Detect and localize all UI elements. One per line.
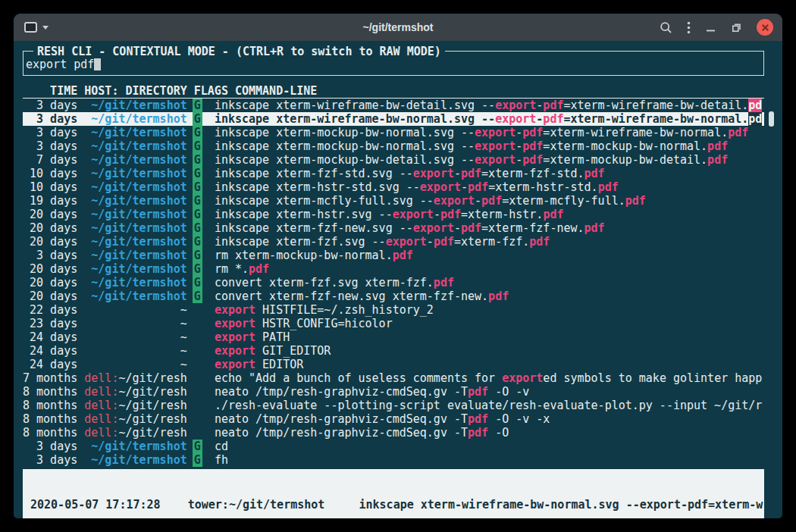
match-highlight: export bbox=[420, 180, 461, 194]
history-row[interactable]: 3 days ~/git/termshot G inkscape xterm-m… bbox=[23, 139, 764, 153]
history-row[interactable]: 8 months dell:~/git/resh neato /tmp/resh… bbox=[23, 426, 764, 440]
text-cursor bbox=[94, 58, 101, 70]
restore-button[interactable] bbox=[731, 22, 742, 33]
terminal-screen: RESH CLI - CONTEXTUAL MODE - (CTRL+R to … bbox=[14, 51, 782, 518]
minimize-button[interactable] bbox=[705, 22, 716, 33]
row-host: ~/git/termshot bbox=[91, 180, 186, 194]
match-highlight: export bbox=[215, 344, 255, 358]
search-button[interactable] bbox=[660, 21, 672, 34]
row-command: inkscape xterm-fzf.svg --export-pdf=xter… bbox=[215, 235, 550, 249]
history-row[interactable]: 20 days ~/git/termshot G inkscape xterm-… bbox=[23, 235, 764, 249]
history-row[interactable]: 3 days ~/git/termshot G inkscape xterm-w… bbox=[23, 99, 764, 112]
row-time: 23 days bbox=[23, 317, 77, 330]
history-row[interactable]: 20 days ~/git/termshot G inkscape xterm-… bbox=[23, 221, 764, 235]
match-highlight: pdf bbox=[393, 249, 413, 262]
match-highlight: export bbox=[413, 221, 454, 235]
history-row[interactable]: 8 months dell:~/git/resh neato /tmp/resh… bbox=[23, 385, 764, 399]
row-time: 3 days bbox=[23, 453, 77, 467]
match-highlight: pdf bbox=[468, 426, 488, 440]
close-button[interactable] bbox=[757, 19, 773, 36]
restore-icon bbox=[731, 22, 742, 33]
history-row[interactable]: 23 days ~ export HSTR_CONFIG=hicolor bbox=[23, 317, 764, 330]
row-time: 20 days bbox=[23, 262, 77, 276]
chevron-down-icon bbox=[42, 26, 49, 30]
row-command: rm xterm-mockup-bw-normal.pdf bbox=[215, 249, 413, 262]
truncation-highlight: pd bbox=[748, 112, 762, 126]
close-icon bbox=[762, 24, 769, 31]
row-host: ~/git/termshot bbox=[91, 153, 186, 167]
history-row[interactable]: 24 days ~ export GIT_EDITOR bbox=[23, 344, 764, 358]
history-row[interactable]: 8 months dell:~/git/resh neato /tmp/resh… bbox=[23, 412, 764, 426]
match-highlight: pdf bbox=[625, 194, 646, 208]
history-row[interactable]: 20 days ~/git/termshot G inkscape xterm-… bbox=[23, 208, 764, 221]
match-highlight: export bbox=[502, 371, 543, 385]
history-row[interactable]: 10 days ~/git/termshot G inkscape xterm-… bbox=[23, 167, 764, 180]
history-row[interactable]: 20 days ~/git/termshot G convert xterm-f… bbox=[23, 289, 764, 303]
row-time: 20 days bbox=[23, 289, 77, 303]
row-host-prefix: dell: bbox=[84, 385, 118, 399]
titlebar[interactable]: ~/git/termshot bbox=[14, 14, 782, 41]
row-command: inkscape xterm-hstr.svg --export-pdf=xte… bbox=[215, 208, 564, 221]
scrollbar-thumb[interactable] bbox=[769, 111, 774, 127]
row-time: 3 days bbox=[23, 440, 77, 453]
match-highlight: pdf bbox=[468, 385, 488, 399]
history-row[interactable]: 19 days ~/git/termshot G inkscape xterm-… bbox=[23, 194, 764, 208]
row-host: ~/git/termshot bbox=[91, 249, 186, 262]
history-row[interactable]: 24 days ~ export PATH bbox=[23, 330, 764, 344]
search-panel-title: RESH CLI - CONTEXTUAL MODE - (CTRL+R to … bbox=[33, 45, 445, 58]
match-highlight: pdf bbox=[468, 412, 488, 426]
row-command: inkscape xterm-wireframe-bw-normal.svg -… bbox=[215, 112, 748, 126]
row-host: ~/git/termshot bbox=[91, 262, 186, 276]
history-row[interactable]: 3 days ~/git/termshot G fh bbox=[23, 453, 764, 467]
history-row[interactable]: 3 days ~/git/termshot G inkscape xterm-w… bbox=[23, 112, 764, 126]
match-highlight: pdf bbox=[249, 262, 269, 276]
row-time: 24 days bbox=[23, 358, 77, 371]
match-highlight: pdf bbox=[488, 289, 509, 303]
history-row[interactable]: 20 days ~/git/termshot G convert xterm-f… bbox=[23, 276, 764, 289]
row-command: neato /tmp/resh-graphviz-cmdSeq.gv -Tpdf… bbox=[215, 412, 550, 426]
row-host-prefix: dell: bbox=[84, 426, 118, 440]
history-row[interactable]: 10 days ~/git/termshot G inkscape xterm-… bbox=[23, 180, 764, 194]
terminal-tab-icon bbox=[24, 22, 37, 33]
row-host: ~/git/termshot bbox=[91, 112, 186, 126]
row-time: 19 days bbox=[23, 194, 77, 208]
row-time: 24 days bbox=[23, 344, 77, 358]
menu-button[interactable] bbox=[687, 21, 691, 34]
match-highlight: export bbox=[413, 167, 454, 180]
history-row[interactable]: 3 days ~/git/termshot G cd bbox=[23, 440, 764, 453]
history-row[interactable]: 24 days ~ export EDITOR bbox=[23, 358, 764, 371]
match-highlight: pdf bbox=[440, 208, 461, 221]
row-host: ~ bbox=[180, 330, 187, 344]
match-highlight: pdf bbox=[543, 112, 563, 126]
history-row[interactable]: 20 days ~/git/termshot G rm *.pdf bbox=[23, 262, 764, 276]
row-host: ~/git/termshot bbox=[91, 235, 186, 249]
row-command: export HSTR_CONFIG=hicolor bbox=[215, 317, 393, 330]
row-command: inkscape xterm-wireframe-bw-detail.svg -… bbox=[215, 99, 748, 112]
row-command: neato /tmp/resh-graphviz-cmdSeq.gv -Tpdf… bbox=[215, 426, 509, 440]
row-command: export EDITOR bbox=[215, 358, 303, 371]
search-panel: RESH CLI - CONTEXTUAL MODE - (CTRL+R to … bbox=[23, 51, 764, 76]
history-row[interactable]: 3 days ~/git/termshot G inkscape xterm-m… bbox=[23, 126, 764, 139]
match-highlight: pdf bbox=[543, 99, 563, 112]
search-query-text: export pdf bbox=[26, 58, 94, 71]
new-tab-button[interactable] bbox=[24, 22, 49, 33]
row-host-prefix: dell: bbox=[84, 412, 118, 426]
match-highlight: export bbox=[495, 112, 536, 126]
history-row[interactable]: 7 months dell:~/git/resh echo "Add a bun… bbox=[23, 371, 764, 385]
match-highlight: pdf bbox=[584, 167, 605, 180]
table-header: TIME HOST: DIRECTORY FLAGS COMMAND-LINE bbox=[23, 84, 764, 99]
row-host: ~/git/termshot bbox=[91, 99, 186, 112]
history-row[interactable]: 3 days ~/git/termshot G rm xterm-mockup-… bbox=[23, 249, 764, 262]
row-command: inkscape xterm-mockup-bw-normal.svg --ex… bbox=[215, 126, 748, 139]
match-highlight: export bbox=[393, 208, 434, 221]
row-host: ~/git/termshot bbox=[91, 126, 186, 139]
match-highlight: pdf bbox=[598, 180, 619, 194]
history-row[interactable]: 7 days ~/git/termshot G inkscape xterm-m… bbox=[23, 153, 764, 167]
history-row[interactable]: 22 days ~ export HISTFILE=~/.zsh_history… bbox=[23, 303, 764, 317]
row-command: fh bbox=[215, 453, 228, 467]
history-row[interactable]: 8 months dell:~/git/resh ./resh-evaluate… bbox=[23, 399, 764, 412]
row-time: 7 months bbox=[23, 371, 77, 385]
kebab-menu-icon bbox=[687, 21, 691, 34]
row-host: ~/git/resh bbox=[118, 371, 186, 385]
row-time: 3 days bbox=[23, 99, 77, 112]
